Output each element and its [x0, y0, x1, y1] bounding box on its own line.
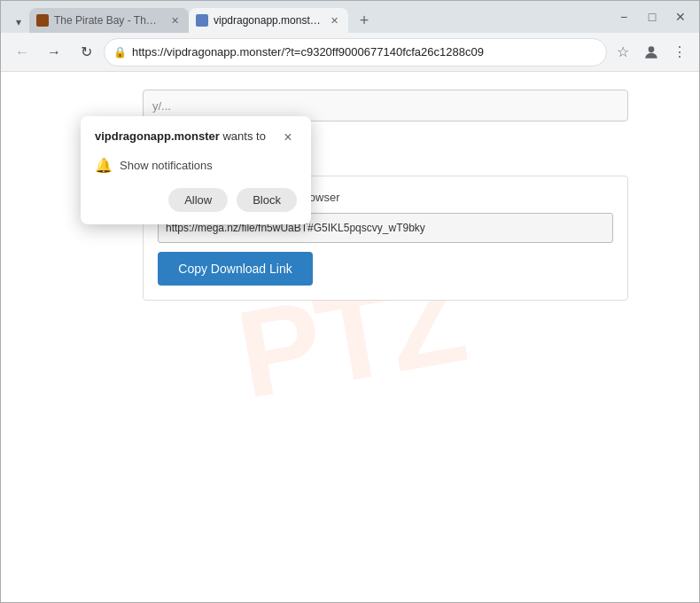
popup-close-button[interactable]: × [279, 129, 297, 146]
browser-window: ▾ The Pirate Bay - The galaxy's m... ✕ v… [0, 0, 700, 603]
tab-vipdragon[interactable]: vipdragonapp.monster/?t=c9... ✕ [189, 8, 348, 33]
tab-favicon-2 [196, 14, 208, 27]
copy-download-button[interactable]: Copy Download Link [158, 252, 313, 286]
tab-close-2[interactable]: ✕ [327, 13, 341, 27]
address-bar[interactable]: 🔒 https://vipdragonapp.monster/?t=c9320f… [104, 38, 607, 67]
popup-notification-row: 🔔 Show notifications [95, 157, 297, 174]
notification-popup: vipdragonapp.monster wants to × 🔔 Show n… [81, 116, 311, 224]
profile-button[interactable] [639, 40, 664, 65]
page-content: PTZ y/... : 2025 Copy and paste the URL … [1, 72, 699, 602]
menu-button[interactable]: ⋮ [667, 40, 692, 65]
popup-buttons: Allow Block [95, 188, 297, 212]
block-button[interactable]: Block [237, 188, 297, 212]
maximize-button[interactable]: □ [641, 5, 664, 28]
bell-icon: 🔔 [95, 157, 113, 174]
address-text: https://vipdragonapp.monster/?t=c9320ff9… [132, 45, 597, 59]
popup-domain: vipdragonapp.monster [95, 129, 220, 143]
notification-label: Show notifications [120, 159, 213, 172]
lock-icon: 🔒 [113, 46, 127, 59]
bookmark-button[interactable]: ☆ [611, 40, 635, 65]
popup-title: vipdragonapp.monster wants to [95, 129, 266, 145]
tab-dropdown-btn[interactable]: ▾ [8, 12, 29, 33]
tab-piratebay[interactable]: The Pirate Bay - The galaxy's m... ✕ [29, 8, 189, 33]
tab-title-2: vipdragonapp.monster/?t=c9... [214, 14, 322, 27]
new-tab-button[interactable]: + [352, 8, 377, 33]
popup-header: vipdragonapp.monster wants to × [95, 129, 297, 146]
toolbar: ← → ↻ 🔒 https://vipdragonapp.monster/?t=… [1, 33, 699, 72]
tab-favicon-1 [36, 14, 49, 27]
tab-close-1[interactable]: ✕ [167, 13, 182, 27]
close-button[interactable]: ✕ [669, 5, 692, 28]
forward-button[interactable]: → [40, 38, 68, 67]
minimize-button[interactable]: − [612, 5, 635, 28]
svg-point-0 [649, 46, 655, 52]
refresh-button[interactable]: ↻ [72, 38, 100, 67]
back-button[interactable]: ← [8, 38, 36, 67]
tab-bar: ▾ The Pirate Bay - The galaxy's m... ✕ v… [8, 1, 609, 33]
tab-title-1: The Pirate Bay - The galaxy's m... [54, 14, 162, 27]
allow-button[interactable]: Allow [168, 188, 228, 212]
top-url-placeholder: y/... [152, 99, 171, 113]
title-bar: ▾ The Pirate Bay - The galaxy's m... ✕ v… [1, 1, 699, 33]
window-controls: − □ ✕ [612, 5, 692, 28]
